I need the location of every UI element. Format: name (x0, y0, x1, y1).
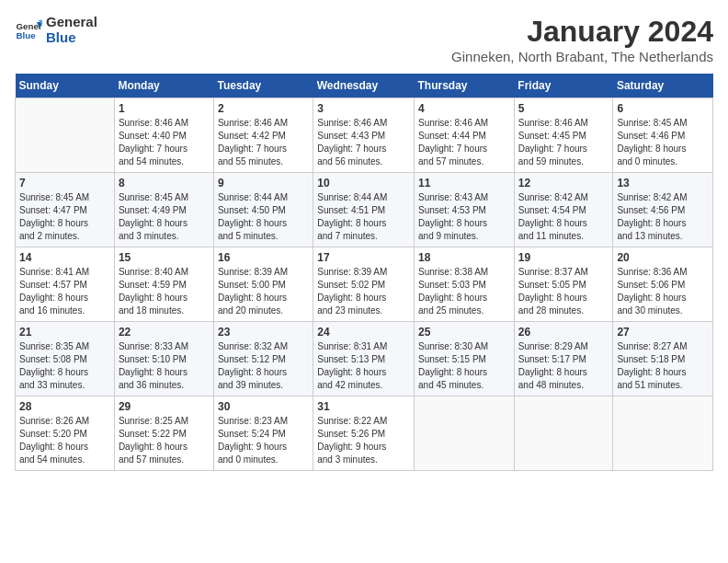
day-number: 16 (218, 251, 309, 264)
calendar-cell (613, 396, 713, 471)
calendar-cell: 17Sunrise: 8:39 AM Sunset: 5:02 PM Dayli… (313, 247, 415, 322)
day-number: 27 (617, 326, 709, 339)
day-number: 31 (317, 400, 410, 413)
day-number: 21 (19, 326, 110, 339)
day-info: Sunrise: 8:45 AM Sunset: 4:46 PM Dayligh… (617, 117, 709, 168)
header-wednesday: Wednesday (313, 74, 415, 98)
day-number: 5 (518, 102, 609, 115)
calendar-cell: 25Sunrise: 8:30 AM Sunset: 5:15 PM Dayli… (415, 322, 515, 396)
calendar-cell: 27Sunrise: 8:27 AM Sunset: 5:18 PM Dayli… (613, 322, 713, 396)
day-number: 2 (218, 102, 309, 115)
day-info: Sunrise: 8:37 AM Sunset: 5:05 PM Dayligh… (518, 266, 609, 317)
week-row-1: 7Sunrise: 8:45 AM Sunset: 4:47 PM Daylig… (16, 173, 713, 247)
day-info: Sunrise: 8:22 AM Sunset: 5:26 PM Dayligh… (317, 415, 410, 466)
day-number: 17 (317, 251, 410, 264)
header-row: SundayMondayTuesdayWednesdayThursdayFrid… (16, 74, 713, 98)
day-number: 26 (518, 326, 609, 339)
day-info: Sunrise: 8:33 AM Sunset: 5:10 PM Dayligh… (119, 340, 210, 392)
day-number: 28 (19, 400, 110, 413)
day-info: Sunrise: 8:25 AM Sunset: 5:22 PM Dayligh… (119, 415, 210, 466)
day-info: Sunrise: 8:42 AM Sunset: 4:56 PM Dayligh… (617, 191, 709, 243)
calendar-cell: 11Sunrise: 8:43 AM Sunset: 4:53 PM Dayli… (415, 173, 515, 247)
calendar-subtitle: Ginneken, North Brabant, The Netherlands (451, 49, 713, 64)
calendar-cell (16, 98, 115, 173)
day-info: Sunrise: 8:45 AM Sunset: 4:47 PM Dayligh… (19, 191, 110, 243)
day-number: 18 (418, 251, 510, 264)
week-row-0: 1Sunrise: 8:46 AM Sunset: 4:40 PM Daylig… (16, 98, 713, 173)
day-number: 23 (218, 326, 309, 339)
day-info: Sunrise: 8:46 AM Sunset: 4:44 PM Dayligh… (418, 117, 510, 168)
calendar-cell: 31Sunrise: 8:22 AM Sunset: 5:26 PM Dayli… (313, 396, 415, 471)
calendar-cell: 21Sunrise: 8:35 AM Sunset: 5:08 PM Dayli… (16, 322, 115, 396)
logo-general: General (46, 15, 97, 30)
day-number: 9 (218, 177, 309, 190)
day-number: 13 (617, 177, 709, 190)
calendar-cell: 15Sunrise: 8:40 AM Sunset: 4:59 PM Dayli… (114, 247, 213, 322)
calendar-cell: 30Sunrise: 8:23 AM Sunset: 5:24 PM Dayli… (213, 396, 313, 471)
header-thursday: Thursday (415, 74, 515, 98)
calendar-cell (415, 396, 515, 471)
calendar-cell: 29Sunrise: 8:25 AM Sunset: 5:22 PM Dayli… (114, 396, 213, 471)
calendar-cell: 26Sunrise: 8:29 AM Sunset: 5:17 PM Dayli… (514, 322, 613, 396)
logo: General Blue General Blue (15, 15, 97, 45)
week-row-4: 28Sunrise: 8:26 AM Sunset: 5:20 PM Dayli… (16, 396, 713, 471)
day-number: 20 (617, 251, 709, 264)
calendar-cell: 23Sunrise: 8:32 AM Sunset: 5:12 PM Dayli… (213, 322, 313, 396)
day-number: 3 (317, 102, 410, 115)
calendar-cell: 19Sunrise: 8:37 AM Sunset: 5:05 PM Dayli… (514, 247, 613, 322)
calendar-cell: 9Sunrise: 8:44 AM Sunset: 4:50 PM Daylig… (213, 173, 313, 247)
day-info: Sunrise: 8:40 AM Sunset: 4:59 PM Dayligh… (119, 266, 210, 317)
calendar-cell: 5Sunrise: 8:46 AM Sunset: 4:45 PM Daylig… (514, 98, 613, 173)
header-tuesday: Tuesday (213, 74, 313, 98)
week-row-3: 21Sunrise: 8:35 AM Sunset: 5:08 PM Dayli… (16, 322, 713, 396)
calendar-cell: 18Sunrise: 8:38 AM Sunset: 5:03 PM Dayli… (415, 247, 515, 322)
calendar-cell: 24Sunrise: 8:31 AM Sunset: 5:13 PM Dayli… (313, 322, 415, 396)
day-number: 15 (119, 251, 210, 264)
day-number: 1 (119, 102, 210, 115)
calendar-cell: 10Sunrise: 8:44 AM Sunset: 4:51 PM Dayli… (313, 173, 415, 247)
calendar-cell: 1Sunrise: 8:46 AM Sunset: 4:40 PM Daylig… (114, 98, 213, 173)
header-friday: Friday (514, 74, 613, 98)
day-number: 24 (317, 326, 410, 339)
day-info: Sunrise: 8:30 AM Sunset: 5:15 PM Dayligh… (418, 340, 510, 392)
day-number: 10 (317, 177, 410, 190)
calendar-body: 1Sunrise: 8:46 AM Sunset: 4:40 PM Daylig… (16, 98, 713, 471)
calendar-header: SundayMondayTuesdayWednesdayThursdayFrid… (16, 74, 713, 98)
calendar-cell: 14Sunrise: 8:41 AM Sunset: 4:57 PM Dayli… (16, 247, 115, 322)
day-number: 7 (19, 177, 110, 190)
day-number: 25 (418, 326, 510, 339)
day-info: Sunrise: 8:36 AM Sunset: 5:06 PM Dayligh… (617, 266, 709, 317)
day-info: Sunrise: 8:31 AM Sunset: 5:13 PM Dayligh… (317, 340, 410, 392)
calendar-cell: 2Sunrise: 8:46 AM Sunset: 4:42 PM Daylig… (213, 98, 313, 173)
calendar-cell: 6Sunrise: 8:45 AM Sunset: 4:46 PM Daylig… (613, 98, 713, 173)
svg-text:Blue: Blue (17, 30, 37, 40)
calendar-cell: 28Sunrise: 8:26 AM Sunset: 5:20 PM Dayli… (16, 396, 115, 471)
day-number: 4 (418, 102, 510, 115)
day-info: Sunrise: 8:32 AM Sunset: 5:12 PM Dayligh… (218, 340, 309, 392)
day-info: Sunrise: 8:44 AM Sunset: 4:50 PM Dayligh… (218, 191, 309, 243)
day-info: Sunrise: 8:39 AM Sunset: 5:00 PM Dayligh… (218, 266, 309, 317)
logo-blue: Blue (46, 30, 97, 46)
day-info: Sunrise: 8:26 AM Sunset: 5:20 PM Dayligh… (19, 415, 110, 466)
day-info: Sunrise: 8:23 AM Sunset: 5:24 PM Dayligh… (218, 415, 309, 466)
day-info: Sunrise: 8:27 AM Sunset: 5:18 PM Dayligh… (617, 340, 709, 392)
header: General Blue General Blue January 2024 G… (15, 15, 713, 64)
day-number: 30 (218, 400, 309, 413)
day-info: Sunrise: 8:43 AM Sunset: 4:53 PM Dayligh… (418, 191, 510, 243)
header-sunday: Sunday (16, 74, 115, 98)
day-info: Sunrise: 8:41 AM Sunset: 4:57 PM Dayligh… (19, 266, 110, 317)
day-info: Sunrise: 8:38 AM Sunset: 5:03 PM Dayligh… (418, 266, 510, 317)
day-info: Sunrise: 8:39 AM Sunset: 5:02 PM Dayligh… (317, 266, 410, 317)
week-row-2: 14Sunrise: 8:41 AM Sunset: 4:57 PM Dayli… (16, 247, 713, 322)
header-saturday: Saturday (613, 74, 713, 98)
day-info: Sunrise: 8:44 AM Sunset: 4:51 PM Dayligh… (317, 191, 410, 243)
logo-icon: General Blue (15, 17, 42, 44)
calendar-cell: 4Sunrise: 8:46 AM Sunset: 4:44 PM Daylig… (415, 98, 515, 173)
day-info: Sunrise: 8:45 AM Sunset: 4:49 PM Dayligh… (119, 191, 210, 243)
calendar-cell: 22Sunrise: 8:33 AM Sunset: 5:10 PM Dayli… (114, 322, 213, 396)
day-info: Sunrise: 8:46 AM Sunset: 4:40 PM Dayligh… (119, 117, 210, 168)
day-info: Sunrise: 8:29 AM Sunset: 5:17 PM Dayligh… (518, 340, 609, 392)
day-number: 6 (617, 102, 709, 115)
day-info: Sunrise: 8:46 AM Sunset: 4:45 PM Dayligh… (518, 117, 609, 168)
day-info: Sunrise: 8:35 AM Sunset: 5:08 PM Dayligh… (19, 340, 110, 392)
